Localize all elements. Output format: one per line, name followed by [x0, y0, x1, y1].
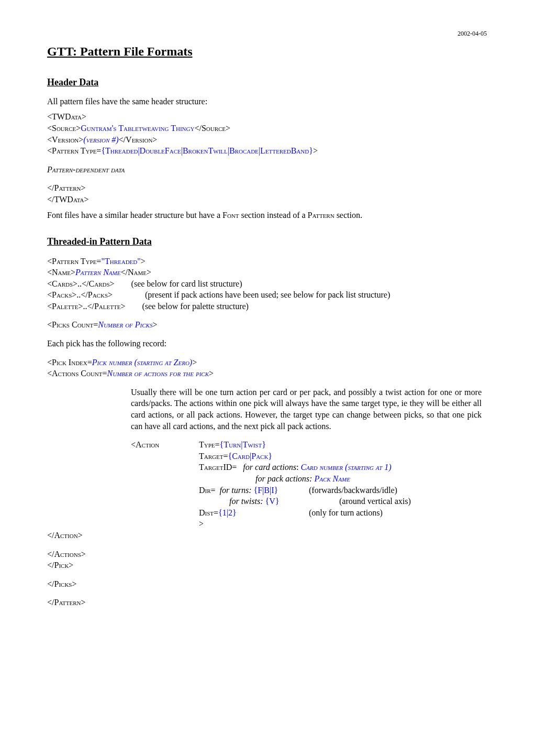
threaded-heading: Threaded-in Pattern Data — [47, 235, 487, 248]
pattern-dependent-data: Pattern-dependent data — [47, 164, 487, 176]
palette-line: <Palette>..</Palette> (see below for pal… — [47, 301, 487, 312]
pick-close: </Pick> — [47, 560, 487, 571]
header-intro: All pattern files have the same header s… — [47, 96, 487, 107]
pattern-close-2: </Pattern> — [47, 597, 487, 608]
page-title: GTT: Pattern File Formats — [47, 43, 487, 60]
font-note: Font files have a similar header structu… — [47, 210, 487, 221]
usage-paragraph: Usually there will be one turn action pe… — [131, 387, 487, 432]
twdata-open: <TWData> — [47, 111, 487, 123]
source-line: <Source>Guntram's Tabletweaving Thingy</… — [47, 123, 487, 134]
actions-close: </Actions> — [47, 549, 487, 560]
picks-open: <Picks Count=Number of Picks> — [47, 319, 487, 331]
each-pick-note: Each pick has the following record: — [47, 338, 487, 349]
pattern-threaded-open: <Pattern Type="Threaded"> — [47, 256, 487, 267]
name-line: <Name>Pattern Name</Name> — [47, 267, 487, 278]
page-date: 2002-04-05 — [47, 29, 487, 38]
pattern-close: </Pattern> — [47, 182, 487, 194]
actions-open: <Actions Count=Number of actions for the… — [47, 368, 487, 379]
packs-line: <Packs>..</Packs> (present if pack actio… — [47, 289, 487, 301]
twdata-close: </TWData> — [47, 194, 487, 205]
version-line: <Version>(version #)</Version> — [47, 134, 487, 146]
action-block: <Action Type={Turn|Twist} Target={Card|P… — [131, 439, 487, 530]
picks-close: </Picks> — [47, 578, 487, 590]
header-data-heading: Header Data — [47, 76, 487, 89]
pattern-type-line: <Pattern Type={Threaded|DoubleFace|Broke… — [47, 145, 487, 157]
action-close: </Action> — [47, 530, 487, 541]
cards-line: <Cards>..</Cards> (see below for card li… — [47, 278, 487, 290]
pick-open: <Pick Index=Pick number (starting at Zer… — [47, 357, 487, 368]
